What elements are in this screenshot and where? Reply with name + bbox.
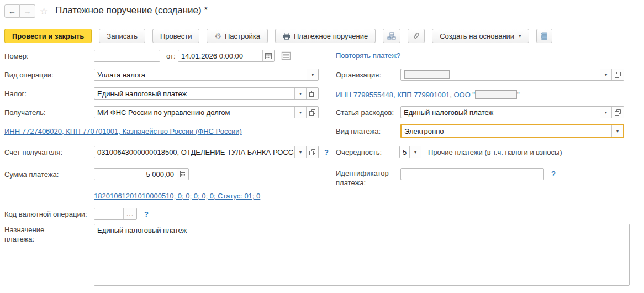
list-lines-icon <box>281 51 291 61</box>
tax-value: Единый налоговый платеж <box>94 88 294 99</box>
priority-label: Очередность: <box>336 148 382 156</box>
date-label: от: <box>166 52 176 60</box>
open-in-window-icon <box>309 149 315 155</box>
currency-code-value <box>94 208 123 219</box>
date-value: 14.01.2026 0:00:00 <box>178 50 262 61</box>
chevron-down-icon: ▾ <box>414 150 416 155</box>
tax-field[interactable]: Единый налоговый платеж ▾ <box>94 87 319 100</box>
payment-kind-label: Вид платежа: <box>336 127 381 135</box>
calculator-button[interactable] <box>177 169 188 180</box>
currency-code-help-link[interactable]: ? <box>144 210 149 218</box>
organization-open-button[interactable] <box>611 69 624 80</box>
operation-type-dropdown-button[interactable]: ▾ <box>307 69 318 80</box>
currency-code-field[interactable]: ... <box>94 208 137 220</box>
payee-inn-link[interactable]: ИНН 7727406020, КПП 770701001, Казначейс… <box>4 127 242 135</box>
priority-field[interactable]: 5 ▾ <box>399 146 421 158</box>
payment-id-label-line2: платежа: <box>336 179 366 187</box>
operation-type-label: Вид операции: <box>4 71 54 79</box>
open-in-window-icon <box>309 91 315 97</box>
paperclip-icon <box>412 32 420 40</box>
create-based-on-button[interactable]: Создать на основании ▾ <box>432 29 529 43</box>
operation-type-value: Уплата налога <box>94 69 307 80</box>
chevron-down-icon: ▾ <box>299 150 302 155</box>
post-button[interactable]: Провести <box>152 29 200 43</box>
open-in-window-icon <box>615 109 621 116</box>
payee-open-button[interactable] <box>306 107 318 118</box>
payee-account-field[interactable]: 03100643000000018500, ОТДЕЛЕНИЕ ТУЛА БАН… <box>94 146 319 158</box>
number-field[interactable] <box>94 50 160 62</box>
expense-item-field[interactable]: Единый налоговый платеж ▾ <box>400 106 624 118</box>
chevron-down-icon: ▾ <box>616 129 619 134</box>
forward-button[interactable]: → <box>20 4 35 18</box>
redacted-organization-name <box>404 70 450 79</box>
date-field[interactable]: 14.01.2026 0:00:00 <box>178 50 275 62</box>
payment-id-field[interactable] <box>400 168 544 180</box>
payment-id-help-link[interactable]: ? <box>551 170 556 178</box>
tax-label: Налог: <box>4 90 27 98</box>
attachments-button[interactable] <box>408 29 425 43</box>
redacted-organization-name <box>475 90 517 99</box>
number-value <box>94 50 160 61</box>
payment-kind-field[interactable]: Электронно ▾ <box>400 124 624 138</box>
chevron-down-icon: ▾ <box>605 110 607 115</box>
settings-button[interactable]: ⚙ Настройка <box>207 29 268 43</box>
payee-account-dropdown-button[interactable]: ▾ <box>294 146 306 158</box>
amount-label: Сумма платежа: <box>4 170 59 179</box>
number-settings-button[interactable] <box>281 51 291 61</box>
payment-id-value <box>401 169 543 180</box>
related-documents-button[interactable] <box>383 29 400 43</box>
stacked-bars-icon <box>541 32 548 40</box>
printer-icon <box>283 33 291 40</box>
payee-dropdown-button[interactable]: ▾ <box>294 107 306 118</box>
organization-label: Организация: <box>336 71 381 79</box>
purpose-label-line2: платежа: <box>4 235 34 243</box>
organization-dropdown-button[interactable]: ▾ <box>600 69 611 80</box>
number-label: Номер: <box>4 52 29 60</box>
reports-button[interactable] <box>536 29 552 43</box>
chevron-down-icon: ▾ <box>299 110 302 115</box>
expense-item-open-button[interactable] <box>611 107 624 118</box>
kbk-details-link[interactable]: 18201061201010000510; 0; 0; 0; 0; 0; Ста… <box>94 192 260 200</box>
amount-field[interactable]: 5 000,00 <box>94 168 189 180</box>
favorite-star-icon[interactable]: ☆ <box>40 6 48 17</box>
back-button[interactable]: ← <box>4 4 20 18</box>
payee-label: Получатель: <box>4 108 46 117</box>
gear-icon: ⚙ <box>214 32 221 40</box>
payee-value: МИ ФНС России по управлению долгом <box>94 107 294 118</box>
priority-note: Прочие платежи (в т.ч. налоги и взносы) <box>428 148 562 156</box>
purpose-textarea[interactable]: Единый налоговый платеж <box>94 224 630 286</box>
currency-code-label: Код валютной операции: <box>4 210 87 218</box>
payee-account-label: Счет получателя: <box>4 148 62 156</box>
tax-dropdown-button[interactable]: ▾ <box>294 88 306 99</box>
payment-kind-dropdown-button[interactable]: ▾ <box>611 125 623 137</box>
expense-item-value: Единый налоговый платеж <box>401 107 600 118</box>
operation-type-field[interactable]: Уплата налога ▾ <box>94 69 319 81</box>
open-in-window-icon <box>615 72 621 78</box>
payee-account-open-button[interactable] <box>306 146 318 158</box>
calendar-button[interactable] <box>262 50 274 61</box>
print-payment-order-button[interactable]: Платежное поручение <box>275 29 376 43</box>
page-title: Платежное поручение (создание) * <box>55 5 208 16</box>
payee-account-help-link[interactable]: ? <box>324 148 329 156</box>
currency-code-more-button[interactable]: ... <box>123 208 136 219</box>
chevron-down-icon: ▾ <box>312 72 314 77</box>
payee-account-value: 03100643000000018500, ОТДЕЛЕНИЕ ТУЛА БАН… <box>94 146 294 158</box>
priority-dropdown-button[interactable]: ▾ <box>409 146 421 158</box>
payment-kind-value: Электронно <box>402 125 611 137</box>
expense-item-label: Статья расходов: <box>336 108 394 117</box>
forward-arrow-icon: → <box>24 7 31 15</box>
calculator-icon <box>180 171 186 177</box>
post-and-close-button[interactable]: Провести и закрыть <box>4 29 92 43</box>
organization-inn-link[interactable]: ИНН 7799555448, КПП 779901001, ООО "" <box>336 90 520 99</box>
chevron-down-icon: ▾ <box>299 91 302 96</box>
save-button[interactable]: Записать <box>99 29 145 43</box>
priority-value: 5 <box>400 146 409 158</box>
organization-field[interactable]: ▾ <box>400 69 624 81</box>
tax-open-button[interactable] <box>306 88 318 99</box>
payee-field[interactable]: МИ ФНС России по управлению долгом ▾ <box>94 106 319 118</box>
amount-value: 5 000,00 <box>94 169 177 180</box>
repeat-payment-link[interactable]: Повторять платеж? <box>336 51 400 60</box>
expense-item-dropdown-button[interactable]: ▾ <box>600 107 611 118</box>
calendar-icon <box>265 53 272 59</box>
chevron-down-icon: ▾ <box>605 72 607 77</box>
